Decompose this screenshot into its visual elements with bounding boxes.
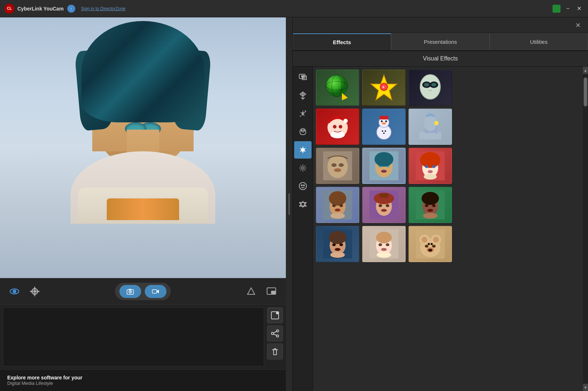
share-button[interactable]: [267, 325, 283, 341]
left-panel: Explore more software for your Digital M…: [0, 17, 286, 391]
photo-button[interactable]: [119, 285, 141, 298]
app-title: CyberLink YouCam: [17, 6, 64, 12]
main-content: Explore more software for your Digital M…: [0, 17, 588, 391]
svg-point-75: [327, 155, 348, 178]
effect-face6[interactable]: [362, 226, 406, 262]
mask-icon: [299, 127, 307, 136]
effects-row-3: [316, 148, 580, 184]
sidebar-avatar-button[interactable]: [294, 141, 312, 159]
svg-point-68: [385, 130, 386, 132]
effect-alien[interactable]: [409, 70, 452, 106]
effect-male2-thumb: [363, 188, 405, 222]
effects-area: ↓: [293, 67, 588, 391]
pip-button[interactable]: [264, 284, 279, 299]
svg-point-91: [424, 174, 437, 180]
svg-point-118: [335, 248, 340, 251]
effect-statue[interactable]: [409, 109, 452, 145]
effect-bear[interactable]: [409, 226, 452, 262]
effect-globe[interactable]: ↓: [316, 70, 359, 106]
svg-point-132: [433, 237, 439, 243]
settings-button[interactable]: [28, 284, 42, 299]
sidebar-favorites-button[interactable]: [294, 69, 312, 86]
effects-row-1: ↓: [316, 70, 580, 106]
sidebar-magic-button[interactable]: [294, 105, 312, 122]
import-button[interactable]: [267, 307, 283, 323]
sidebar-downloaded-button[interactable]: [294, 87, 312, 104]
sidebar-mask-button[interactable]: [294, 123, 312, 140]
svg-point-122: [376, 232, 392, 243]
delete-button[interactable]: [267, 344, 283, 360]
effect-santa[interactable]: [316, 109, 359, 145]
particle-icon: [299, 164, 307, 172]
svg-point-97: [335, 209, 340, 211]
effect-globe-thumb: ↓: [317, 70, 359, 105]
redhead-svg: [416, 151, 445, 180]
svg-rect-72: [436, 126, 437, 134]
magic-icon: [299, 109, 307, 118]
svg-point-96: [339, 204, 343, 207]
svg-point-95: [332, 204, 336, 207]
scroll-down-button[interactable]: ▼: [583, 384, 588, 391]
sidebar-emoji-button[interactable]: [294, 177, 312, 195]
svg-point-52: [424, 83, 429, 87]
tab-effects[interactable]: Effects: [293, 33, 391, 50]
effect-snowman-thumb: [363, 109, 405, 144]
svg-point-84: [375, 152, 393, 167]
svg-point-124: [386, 243, 389, 246]
svg-rect-65: [380, 116, 388, 119]
tab-utilities[interactable]: Utilities: [490, 33, 588, 50]
update-icon[interactable]: ↑: [67, 5, 75, 13]
svg-point-59: [339, 125, 342, 129]
effect-male2[interactable]: [362, 187, 406, 223]
effect-snowman[interactable]: [362, 109, 406, 145]
scroll-up-button[interactable]: ▲: [583, 67, 588, 74]
eye-button[interactable]: [7, 284, 22, 299]
svg-point-110: [432, 204, 436, 207]
svg-point-88: [425, 165, 428, 168]
share-icon: [271, 329, 279, 337]
eraser-button[interactable]: [244, 284, 258, 299]
camera-icon: [127, 288, 134, 295]
effect-redhead-thumb: [409, 148, 451, 183]
window-controls: − ✕: [564, 4, 584, 13]
svg-point-134: [432, 245, 436, 248]
scroll-thumb[interactable]: [584, 77, 587, 106]
camera-preview: [0, 17, 286, 278]
bottom-bar-content: Explore more software for your Digital M…: [7, 375, 83, 386]
right-close-button[interactable]: ✕: [572, 20, 584, 31]
avatar: [60, 21, 226, 224]
effect-star[interactable]: +: [362, 70, 406, 106]
svg-point-19: [276, 335, 279, 337]
svg-rect-14: [271, 291, 275, 294]
svg-rect-9: [152, 290, 157, 293]
sidebar-particle-button[interactable]: [294, 159, 312, 177]
directorzone-link[interactable]: Sign in to DirectorZone: [81, 6, 553, 11]
tab-presentations[interactable]: Presentations: [391, 33, 490, 50]
effect-face5-thumb: [317, 227, 359, 261]
effect-redhead[interactable]: [409, 148, 452, 184]
svg-point-104: [381, 209, 387, 212]
effect-stone-thumb: [317, 148, 359, 183]
svg-point-17: [276, 330, 279, 332]
effect-male1[interactable]: [316, 187, 359, 223]
video-button[interactable]: [145, 285, 166, 298]
avatar-thumb-svg: [369, 151, 398, 180]
close-button[interactable]: ✕: [575, 4, 584, 13]
bottom-bar: Explore more software for your Digital M…: [0, 369, 286, 391]
male1-svg: [323, 190, 352, 219]
svg-point-94: [329, 191, 346, 206]
snowman-svg: [369, 112, 398, 141]
bottom-bar-line1: Explore more software for your: [7, 375, 83, 381]
svg-text:+: +: [382, 85, 385, 90]
minimize-button[interactable]: −: [564, 4, 572, 13]
effect-avatar-face[interactable]: [362, 148, 406, 184]
panel-divider[interactable]: [286, 17, 292, 391]
effect-male3[interactable]: [409, 187, 452, 223]
effect-star-thumb: +: [363, 70, 405, 105]
effect-face5[interactable]: [316, 226, 359, 262]
sidebar-special-button[interactable]: [294, 196, 312, 213]
effect-stone-face[interactable]: [316, 148, 359, 184]
effects-row-5: [316, 226, 580, 262]
svg-point-4: [33, 290, 36, 293]
svg-point-41: [326, 75, 348, 97]
